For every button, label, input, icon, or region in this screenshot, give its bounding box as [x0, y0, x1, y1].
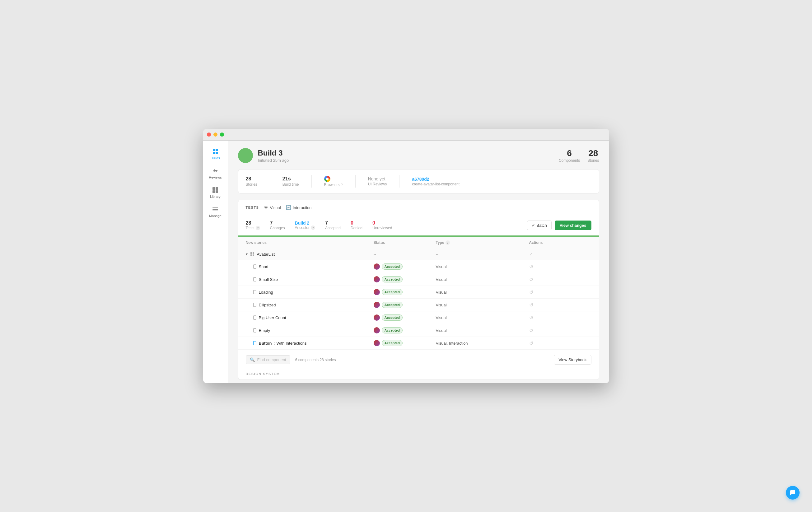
story-type-ellipsized: Visual: [436, 303, 529, 307]
branch-name: create-avatar-list-component: [412, 182, 460, 186]
library-icon: [212, 187, 219, 193]
story-type-short: Visual: [436, 264, 529, 269]
build-title: Build 3: [258, 149, 289, 157]
table-row: Short Accepted Visual ↺: [238, 260, 599, 273]
tests-count: 28 Tests ?: [246, 220, 260, 230]
minimize-button[interactable]: [213, 132, 218, 137]
svg-rect-15: [254, 265, 256, 268]
component-icon: [250, 252, 255, 256]
manage-icon: [212, 206, 219, 213]
component-check-icon[interactable]: ✓: [529, 252, 533, 257]
story-type-buttoninteractions: Visual, Interaction: [436, 341, 529, 345]
undo-icon[interactable]: ↺: [529, 315, 533, 321]
svg-rect-5: [215, 187, 218, 190]
sidebar-item-manage[interactable]: Manage: [204, 204, 227, 220]
undo-icon[interactable]: ↺: [529, 302, 533, 308]
tab-interaction[interactable]: 🔄 Interaction: [286, 205, 312, 210]
col-actions: Actions: [529, 240, 591, 245]
story-icon: [253, 290, 256, 294]
build-info: Build 3 Initiated 25m ago: [238, 148, 289, 163]
reviewer-avatar: [374, 264, 380, 270]
checkmark-icon: ✓: [532, 223, 535, 228]
main-content: Build 3 Initiated 25m ago 6 Components 2…: [228, 141, 609, 383]
undo-icon[interactable]: ↺: [529, 264, 533, 269]
undo-icon[interactable]: ↺: [529, 290, 533, 295]
build-time-value: 21s: [283, 176, 299, 182]
build-subtitle: Initiated 25m ago: [258, 158, 289, 163]
story-type-empty: Visual: [436, 328, 529, 333]
sidebar-manage-label: Manage: [209, 214, 222, 218]
story-status-smallsize: Accepted: [374, 276, 436, 282]
undo-icon[interactable]: ↺: [529, 328, 533, 333]
svg-rect-21: [254, 341, 256, 345]
app-window: Builds Reviews: [203, 129, 609, 383]
sidebar-item-library[interactable]: Library: [204, 184, 227, 201]
collapse-icon[interactable]: ▾: [246, 252, 248, 256]
info-branch: a6780d2 create-avatar-list-component: [412, 176, 460, 186]
sidebar-item-builds[interactable]: Builds: [204, 146, 227, 162]
tests-accepted-label: Accepted: [325, 226, 341, 230]
col-type: Type ?: [436, 240, 529, 245]
stories-value: 28: [246, 176, 257, 182]
reviewer-avatar: [374, 340, 380, 346]
bottom-bar: 🔍 Find component 6 components 28 stories…: [238, 350, 599, 369]
story-icon: [253, 303, 256, 307]
design-system-label: DESIGN SYSTEM: [238, 369, 599, 380]
tab-visual[interactable]: 👁 Visual: [264, 205, 281, 210]
tests-help-icon: ?: [256, 226, 260, 230]
find-component[interactable]: 🔍 Find component: [246, 355, 290, 364]
story-name-bigusercount: Big User Count: [246, 315, 374, 320]
chat-button[interactable]: [786, 486, 800, 500]
svg-rect-19: [254, 316, 256, 320]
svg-rect-14: [253, 254, 254, 256]
undo-icon[interactable]: ↺: [529, 341, 533, 346]
browsers-label: Browsers ?: [324, 183, 343, 187]
view-storybook-button[interactable]: View Storybook: [554, 355, 591, 365]
info-divider-4: [399, 175, 400, 187]
svg-rect-6: [212, 190, 215, 193]
titlebar: [203, 129, 609, 141]
tests-changes-label: Changes: [270, 226, 285, 230]
reviewer-avatar: [374, 314, 380, 321]
build-title-group: Build 3 Initiated 25m ago: [258, 149, 289, 163]
tests-denied-label: Denied: [351, 226, 362, 230]
build-stat-components: 6 Components: [559, 148, 580, 163]
col-new-stories: New stories: [246, 240, 374, 245]
story-status-loading: Accepted: [374, 289, 436, 295]
svg-rect-17: [254, 290, 256, 294]
tests-ancestor-value[interactable]: Build 2: [295, 220, 315, 225]
story-name-normal: : With Interactions: [274, 341, 307, 345]
tests-denied: 0 Denied: [351, 220, 362, 230]
story-status-buttoninteractions: Accepted: [374, 340, 436, 346]
interaction-icon: 🔄: [286, 205, 291, 210]
build-header: Build 3 Initiated 25m ago 6 Components 2…: [238, 148, 599, 163]
tests-changes: 7 Changes: [270, 220, 285, 230]
avatarlist-name: AvatarList: [257, 252, 275, 257]
accepted-badge: Accepted: [382, 289, 403, 295]
table-row: Empty Accepted Visual ↺: [238, 324, 599, 337]
info-card: 28 Stories 21s Build time Brow: [238, 169, 599, 193]
table-row: ▾ AvatarList -- -- ✓: [238, 248, 599, 260]
sidebar-item-reviews[interactable]: Reviews: [204, 165, 227, 182]
story-icon: [253, 341, 256, 345]
table-row: Loading Accepted Visual ↺: [238, 286, 599, 299]
tests-count-label: Tests ?: [246, 226, 260, 230]
batch-button[interactable]: ✓ Batch: [527, 220, 552, 230]
undo-icon[interactable]: ↺: [529, 277, 533, 282]
story-type-smallsize: Visual: [436, 277, 529, 282]
build-stat-stories: 28 Stories: [587, 148, 599, 163]
svg-rect-3: [215, 152, 218, 154]
find-placeholder: Find component: [257, 357, 286, 362]
story-type-loading: Visual: [436, 290, 529, 295]
branch-link[interactable]: a6780d2: [412, 177, 429, 182]
story-actions-short: ↺: [529, 264, 591, 270]
story-status-ellipsized: Accepted: [374, 302, 436, 308]
story-name-buttoninteractions: Button: With Interactions: [246, 341, 374, 345]
component-type: --: [436, 252, 529, 257]
maximize-button[interactable]: [220, 132, 224, 137]
tests-count-value: 28: [246, 220, 260, 226]
close-button[interactable]: [207, 132, 211, 137]
view-changes-button[interactable]: View changes: [555, 220, 591, 230]
tests-section: TESTS 👁 Visual 🔄 Interaction 28 Tests: [238, 200, 599, 380]
build-avatar: [238, 148, 253, 163]
